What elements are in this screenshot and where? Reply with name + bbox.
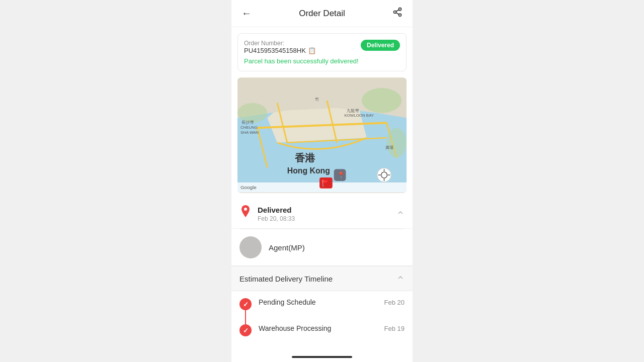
copy-icon[interactable]: 📋 xyxy=(308,47,316,54)
svg-text:香港: 香港 xyxy=(295,152,315,163)
content-scroll[interactable]: Order Number: PU415953545158HK 📋 Deliver… xyxy=(231,27,413,352)
agent-name: Agent(MP) xyxy=(269,243,305,252)
svg-text:廣場: 廣場 xyxy=(385,145,393,150)
svg-text:九龍灣: 九龍灣 xyxy=(347,109,359,113)
back-button[interactable]: ← xyxy=(242,8,252,19)
chevron-up-icon[interactable] xyxy=(396,209,405,219)
success-message: Parcel has been successfully delivered! xyxy=(244,57,400,65)
timeline-content-1: Pending Schedule Feb 20 xyxy=(259,298,405,306)
svg-point-39 xyxy=(244,208,247,211)
order-top-row: Order Number: PU415953545158HK 📋 Deliver… xyxy=(244,40,400,54)
svg-text:竹: 竹 xyxy=(315,97,319,102)
location-pin-icon xyxy=(239,205,252,222)
share-button[interactable] xyxy=(392,7,403,20)
agent-avatar xyxy=(239,236,262,258)
delivered-info: Delivered Feb 20, 08:33 xyxy=(258,206,295,222)
agent-row: Agent(MP) xyxy=(231,229,413,266)
svg-text:長沙灣: 長沙灣 xyxy=(242,120,254,125)
timeline-event-1: Pending Schedule xyxy=(259,298,316,306)
map-container[interactable]: 香港 Hong Kong 長沙灣 CHEUNG SHA WAN 九龍灣 KOWL… xyxy=(237,77,407,193)
home-indicator xyxy=(231,352,413,362)
svg-text:Google: Google xyxy=(240,185,257,190)
svg-point-15 xyxy=(362,88,401,113)
svg-text:CHEUNG: CHEUNG xyxy=(240,125,258,130)
delivered-label: Delivered xyxy=(258,206,295,214)
status-badge: Delivered xyxy=(361,40,400,51)
svg-text:SHA WAN: SHA WAN xyxy=(240,130,259,135)
timeline-chevron-up-icon[interactable] xyxy=(396,274,405,284)
timeline-item: Pending Schedule Feb 20 xyxy=(239,291,405,317)
order-number-label: Order Number: xyxy=(244,40,316,47)
phone-screen: ← Order Detail Order Number: PU415953545… xyxy=(231,0,413,362)
svg-text:KOWLOON BAY: KOWLOON BAY xyxy=(344,113,374,118)
timeline-date-1: Feb 20 xyxy=(384,299,405,306)
svg-line-4 xyxy=(396,10,399,11)
timeline-title: Estimated Delivery Timeline xyxy=(239,275,333,283)
delivered-date: Feb 20, 08:33 xyxy=(258,215,295,222)
page-title: Order Detail xyxy=(299,9,345,19)
delivered-row: Delivered Feb 20, 08:33 xyxy=(231,199,413,229)
svg-text:Hong Kong: Hong Kong xyxy=(287,166,330,175)
delivered-left: Delivered Feb 20, 08:33 xyxy=(239,205,295,222)
timeline-event-2: Warehouse Processing xyxy=(259,324,331,332)
header: ← Order Detail xyxy=(231,0,413,27)
order-number-section: Order Number: PU415953545158HK 📋 xyxy=(244,40,316,54)
order-number-value: PU415953545158HK 📋 xyxy=(244,47,316,54)
home-bar xyxy=(292,356,352,358)
svg-point-17 xyxy=(386,128,407,157)
timeline-list: Pending Schedule Feb 20 Warehouse Proces… xyxy=(231,291,413,343)
timeline-date-2: Feb 19 xyxy=(384,325,405,332)
timeline-item-2: Warehouse Processing Feb 19 xyxy=(239,317,405,343)
timeline-header[interactable]: Estimated Delivery Timeline xyxy=(231,266,413,291)
timeline-dot-1 xyxy=(239,298,252,310)
svg-text:📍: 📍 xyxy=(337,171,346,179)
map-svg: 香港 Hong Kong 長沙灣 CHEUNG SHA WAN 九龍灣 KOWL… xyxy=(237,77,407,193)
svg-line-3 xyxy=(396,13,399,14)
order-card: Order Number: PU415953545158HK 📋 Deliver… xyxy=(237,33,407,71)
timeline-content-2: Warehouse Processing Feb 19 xyxy=(259,324,405,332)
timeline-dot-2 xyxy=(239,324,252,336)
svg-text:🚩: 🚩 xyxy=(321,179,330,188)
